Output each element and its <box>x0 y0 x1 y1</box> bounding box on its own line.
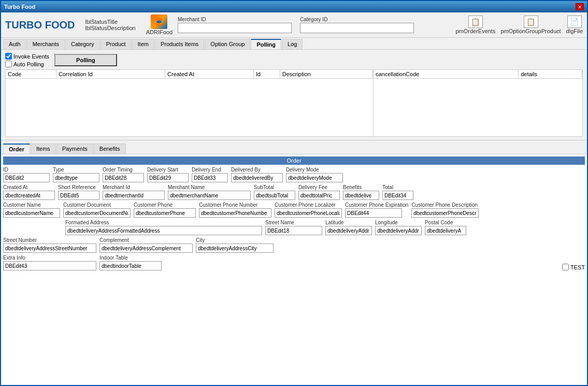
latitude-input[interactable] <box>325 226 372 235</box>
polling-table-right-table: cancellationCode details <box>374 70 582 79</box>
field-merchant-id: Merchant Id <box>103 184 165 200</box>
merchant-name-input[interactable] <box>168 191 251 200</box>
tab-product[interactable]: Product <box>101 39 132 49</box>
field-delivery-fee: Delivery Fee <box>298 184 340 200</box>
field-total: Total <box>382 184 413 200</box>
merchant-id-input[interactable] <box>178 23 292 33</box>
tab-log[interactable]: Log <box>282 39 303 49</box>
customer-name-input[interactable] <box>3 208 60 218</box>
formatted-addr-spacer: Formatted Address <box>65 220 262 235</box>
field-customer-phone: Customer Phone <box>134 202 196 218</box>
customer-phone-exp-label: Customer Phone Expiration <box>345 202 408 208</box>
adri-icon-img <box>151 15 167 29</box>
category-id-input[interactable] <box>300 23 414 33</box>
type-input[interactable] <box>53 173 99 182</box>
formatted-address-input[interactable] <box>65 226 262 235</box>
id-label: ID <box>3 167 50 173</box>
total-input[interactable] <box>382 191 413 200</box>
tab-polling[interactable]: Polling <box>251 39 281 49</box>
merchant-id-form-input[interactable] <box>103 191 165 200</box>
auto-polling-checkbox[interactable] <box>5 61 12 67</box>
order-timing-input[interactable] <box>103 173 144 182</box>
pm-option-group-product-btn[interactable]: 📋 pmOptionGroupProduct <box>500 16 561 34</box>
field-type: Type <box>53 167 99 182</box>
field-delivered-by: Delivered By <box>231 167 283 182</box>
delivery-fee-label: Delivery Fee <box>298 184 340 190</box>
tab-option-group[interactable]: Option Group <box>205 39 250 49</box>
delivery-end-input[interactable] <box>192 173 228 182</box>
extra-info-input[interactable] <box>3 261 96 270</box>
tab-item[interactable]: Item <box>132 39 154 49</box>
polling-controls: Invoke Events Auto Polling Polling <box>5 53 583 67</box>
customer-doc-input[interactable] <box>63 208 131 218</box>
id-input[interactable] <box>3 173 50 182</box>
street-number-input[interactable] <box>3 244 96 253</box>
street-number-label: Street Number <box>3 237 96 243</box>
field-customer-phone-desc: Customer Phone Description <box>411 202 479 218</box>
merchant-id-group: Merchant ID <box>178 17 292 33</box>
customer-phone-label: Customer Phone <box>134 202 196 208</box>
polling-section: Invoke Events Auto Polling Polling Code <box>1 50 587 140</box>
indoor-table-input[interactable] <box>99 261 162 270</box>
polling-table-left-table: Code Correlation Id Created At Id Descri… <box>6 70 373 79</box>
tab-items[interactable]: Items <box>31 144 56 154</box>
postal-code-input[interactable] <box>425 226 466 235</box>
customer-phone-exp-input[interactable] <box>345 208 402 218</box>
longitude-input[interactable] <box>375 226 422 235</box>
polling-button[interactable]: Polling <box>54 54 117 66</box>
test-checkbox[interactable] <box>562 264 569 270</box>
short-ref-label: Short Reference <box>58 184 99 190</box>
polling-tables: Code Correlation Id Created At Id Descri… <box>5 69 583 137</box>
delivery-mode-input[interactable] <box>286 173 343 182</box>
category-id-group: Category ID <box>300 17 414 33</box>
city-input[interactable] <box>196 244 274 253</box>
dlg-file-label: dlgFile <box>566 28 583 34</box>
complement-label: Complement <box>99 237 193 243</box>
latitude-label: Latitude <box>325 220 372 225</box>
col-description: Description <box>280 70 372 79</box>
pm-order-events-icon: 📋 <box>468 16 483 28</box>
adri-icon[interactable]: ADRIFood <box>146 15 173 35</box>
delivery-fee-input[interactable] <box>298 191 340 200</box>
tab-auth[interactable]: Auth <box>3 39 26 49</box>
field-customer-phone-loc: Customer Phone Localizer <box>275 202 342 218</box>
status-title: lblStatusTitle <box>85 19 135 25</box>
customer-phone-desc-input[interactable] <box>411 208 479 218</box>
tab-merchants[interactable]: Merchants <box>27 39 65 49</box>
invoke-events-checkbox[interactable] <box>5 53 12 60</box>
field-merchant-name: Merchant Name <box>168 184 251 200</box>
customer-phone-num-input[interactable] <box>199 208 271 218</box>
extra-info-label: Extra Info <box>3 255 96 261</box>
main-content: TURBO FOOD lblStatusTitle lblStatusDescr… <box>1 12 587 385</box>
invoke-events-checkbox-label: Invoke Events <box>5 53 49 60</box>
tab-products-items[interactable]: Products Items <box>155 39 204 49</box>
test-check-group: TEST <box>562 264 585 270</box>
tab-category[interactable]: Category <box>65 39 100 49</box>
customer-phone-input[interactable] <box>134 208 196 218</box>
tab-order[interactable]: Order <box>3 144 30 154</box>
customer-phone-loc-input[interactable] <box>275 208 342 218</box>
pm-option-group-product-icon: 📋 <box>524 16 538 28</box>
polling-table-left: Code Correlation Id Created At Id Descri… <box>6 70 374 136</box>
header-section: TURBO FOOD lblStatusTitle lblStatusDescr… <box>1 12 587 38</box>
pm-order-events-btn[interactable]: 📋 pmOrderEvents <box>455 16 495 34</box>
col-cancellation-code: cancellationCode <box>374 70 519 79</box>
col-code: Code <box>6 70 56 79</box>
delivery-start-input[interactable] <box>147 173 189 182</box>
city-label: City <box>196 237 274 243</box>
tab-benefits[interactable]: Benefits <box>94 144 126 154</box>
close-button[interactable]: ✕ <box>576 3 584 10</box>
benefits-input[interactable] <box>343 191 379 200</box>
tab-payments[interactable]: Payments <box>56 144 93 154</box>
delivered-by-input[interactable] <box>231 173 283 182</box>
subtotal-input[interactable] <box>254 191 295 200</box>
field-benefits: Benefits <box>343 184 379 200</box>
customer-doc-label: Customer Document <box>63 202 131 208</box>
title-bar: Turbo Food ✕ <box>1 1 587 12</box>
short-ref-input[interactable] <box>58 191 99 200</box>
field-order-timing: Order Timing <box>103 167 144 182</box>
created-at-input[interactable] <box>3 191 55 200</box>
complement-input[interactable] <box>99 244 193 253</box>
street-name-input[interactable] <box>265 226 322 235</box>
dlg-file-btn[interactable]: 📄 dlgFile <box>566 16 583 34</box>
